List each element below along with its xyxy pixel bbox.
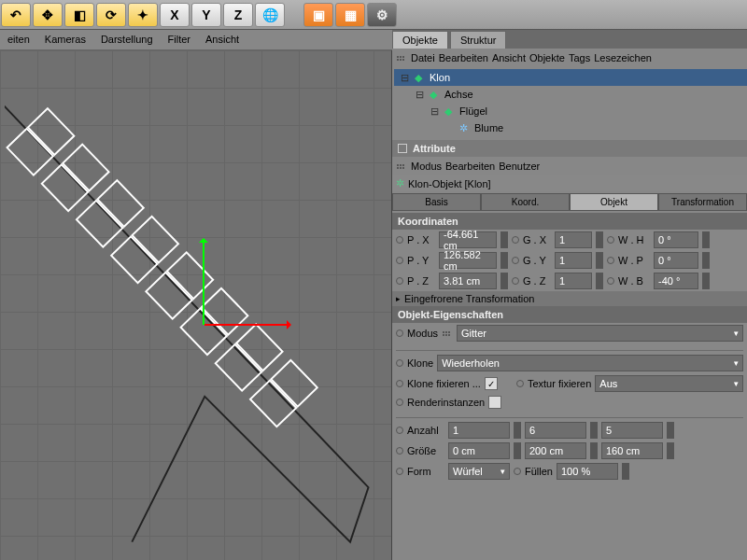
stepper[interactable] <box>514 442 521 459</box>
tab-objekt[interactable]: Objekt <box>570 193 658 211</box>
klone-fix-checkbox[interactable]: ✓ <box>485 377 498 390</box>
coord-field[interactable]: 3.81 cm <box>439 273 497 289</box>
view-menu-kameras[interactable]: Kameras <box>37 30 93 49</box>
tool-lasso[interactable]: ✦ <box>128 3 158 27</box>
groesse-y-field[interactable]: 200 cm <box>525 442 586 459</box>
cloner-icon: ✲ <box>396 177 404 189</box>
stepper[interactable] <box>596 231 603 248</box>
anzahl-x-field[interactable]: 1 <box>448 422 510 439</box>
menu-datei[interactable]: Datei <box>411 52 435 63</box>
tab-struktur[interactable]: Struktur <box>450 31 507 49</box>
tab-transformation[interactable]: Transformation <box>658 193 747 211</box>
stepper[interactable] <box>590 442 598 459</box>
stepper[interactable] <box>667 422 674 439</box>
axis-x-icon[interactable] <box>204 324 289 326</box>
axis-y-icon[interactable] <box>203 241 204 325</box>
tool-settings[interactable]: ⚙ <box>367 3 397 27</box>
groesse-x-field[interactable]: 0 cm <box>448 442 510 459</box>
menu-ansicht[interactable]: Ansicht <box>492 52 526 63</box>
section-koordinaten: Koordinaten <box>392 213 747 230</box>
menu-tags[interactable]: Tags <box>569 52 590 63</box>
stepper[interactable] <box>702 231 710 248</box>
coord-field[interactable]: 0 ° <box>654 231 698 248</box>
view-menu-darstellung[interactable]: Darstellung <box>93 30 161 49</box>
tool-globe[interactable]: 🌐 <box>255 3 285 27</box>
texfix-label: Textur fixieren <box>528 378 591 389</box>
objects-menu: Datei Bearbeiten Ansicht Objekte Tags Le… <box>392 49 747 67</box>
coord-field[interactable]: 1 <box>555 273 592 289</box>
tool-rotate[interactable]: ⟳ <box>96 3 126 27</box>
attributes-panel: Objekte Struktur Datei Bearbeiten Ansich… <box>392 30 747 560</box>
anzahl-z-field[interactable]: 5 <box>601 422 663 439</box>
attribute-tabs: BasisKoord.ObjektTransformation <box>392 193 747 211</box>
groesse-label: Größe <box>407 445 444 456</box>
form-label: Form <box>407 466 444 477</box>
drag-handle-icon[interactable] <box>442 330 453 337</box>
tool-axis-y[interactable]: Y <box>191 3 221 27</box>
groesse-z-field[interactable]: 160 cm <box>601 442 663 459</box>
stepper[interactable] <box>667 442 674 459</box>
tree-item-achse[interactable]: ⊟◆Achse <box>394 86 747 103</box>
tab-basis[interactable]: Basis <box>392 193 481 211</box>
menu-lesezeichen[interactable]: Lesezeichen <box>594 52 652 63</box>
stepper[interactable] <box>500 273 508 289</box>
object-tree: ⊟◆Klon⊟◆Achse⊟◆Flügel✲Blume <box>392 67 747 140</box>
renderinst-checkbox[interactable] <box>488 396 501 409</box>
klone-label: Klone <box>407 357 433 369</box>
tool-render[interactable]: ▣ <box>303 3 333 27</box>
menu-objekte[interactable]: Objekte <box>529 52 565 63</box>
tool-axis-z[interactable]: Z <box>223 3 253 27</box>
anzahl-label: Anzahl <box>407 425 444 436</box>
stepper[interactable] <box>622 463 629 480</box>
viewport-menu: eiten Kameras Darstellung Filter Ansicht <box>0 30 392 50</box>
stepper[interactable] <box>702 252 710 269</box>
renderinst-label: Renderinstanzen <box>407 397 485 408</box>
tool-render2[interactable]: ▦ <box>335 3 365 27</box>
klone-dropdown[interactable]: Wiederholen <box>437 355 743 371</box>
modus-dropdown[interactable]: Gitter <box>457 325 743 342</box>
stepper[interactable] <box>514 422 521 439</box>
anzahl-y-field[interactable]: 6 <box>525 422 586 439</box>
coord-field[interactable]: 1 <box>555 252 592 269</box>
stepper[interactable] <box>590 422 598 439</box>
object-tabs: Objekte Struktur <box>392 30 747 49</box>
modus-label: Modus <box>407 328 438 339</box>
view-menu-filter[interactable]: Filter <box>161 30 198 49</box>
coord-field[interactable]: 0 ° <box>654 252 698 269</box>
tool-move[interactable]: ✥ <box>33 3 63 27</box>
klone-fix-label: Klone fixieren ... <box>407 378 481 389</box>
drag-handle-icon[interactable] <box>396 55 407 62</box>
tool-axis-x[interactable]: X <box>160 3 190 27</box>
frozen-transform[interactable]: Eingefrorene Transformation <box>404 293 534 304</box>
viewport-grid <box>0 50 391 560</box>
attrmenu-benutzer[interactable]: Benutzer <box>499 161 540 172</box>
viewport[interactable] <box>0 50 392 560</box>
tool-undo[interactable]: ↶ <box>1 3 31 27</box>
view-menu-ansicht[interactable]: Ansicht <box>198 30 247 49</box>
fuellen-field[interactable]: 100 % <box>557 463 618 480</box>
tab-koord[interactable]: Koord. <box>481 193 570 211</box>
tree-item-flügel[interactable]: ⊟◆Flügel <box>394 103 747 119</box>
form-dropdown[interactable]: Würfel <box>448 463 510 480</box>
tree-item-klon[interactable]: ⊟◆Klon <box>394 69 747 86</box>
tab-objekte[interactable]: Objekte <box>392 31 448 49</box>
view-menu-eiten[interactable]: eiten <box>0 30 37 49</box>
stepper[interactable] <box>500 252 508 269</box>
tree-item-blume[interactable]: ✲Blume <box>394 119 747 136</box>
tool-scale[interactable]: ◧ <box>64 3 94 27</box>
coord-field[interactable]: 1 <box>555 231 592 248</box>
main-toolbar: ↶ ✥ ◧ ⟳ ✦ X Y Z 🌐 ▣ ▦ ⚙ <box>0 0 747 30</box>
texfix-dropdown[interactable]: Aus <box>595 375 743 392</box>
stepper[interactable] <box>596 273 603 289</box>
menu-bearbeiten[interactable]: Bearbeiten <box>439 52 488 63</box>
drag-handle-icon[interactable] <box>396 163 407 170</box>
coord-field[interactable]: 126.582 cm <box>439 252 497 269</box>
stepper[interactable] <box>500 231 508 248</box>
coord-field[interactable]: -64.661 cm <box>439 231 497 248</box>
stepper[interactable] <box>702 273 710 289</box>
attribute-header: Attribute <box>413 143 456 154</box>
attrmenu-bearbeiten[interactable]: Bearbeiten <box>445 161 495 172</box>
attrmenu-modus[interactable]: Modus <box>411 161 442 172</box>
stepper[interactable] <box>596 252 603 269</box>
coord-field[interactable]: -40 ° <box>654 273 698 289</box>
